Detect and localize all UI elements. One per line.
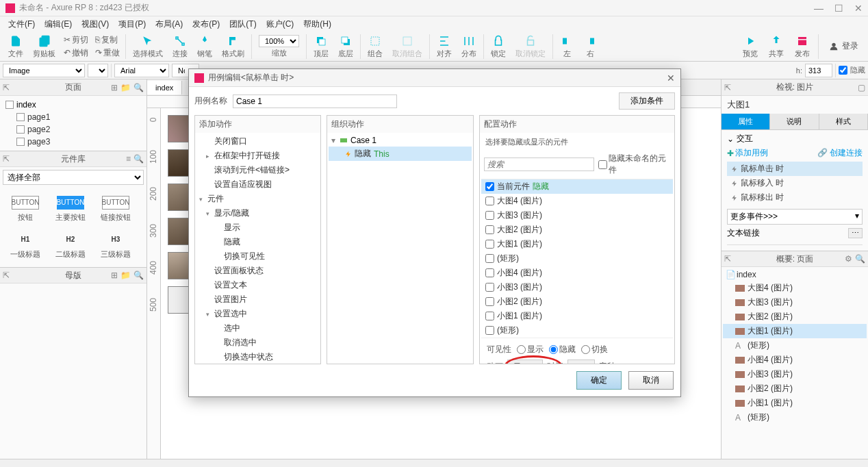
config-widget-item[interactable]: 小图3 (图片): [481, 280, 673, 294]
outline-item[interactable]: 大图3 (图片): [723, 295, 867, 310]
lib-menu-icon[interactable]: ≡: [126, 154, 131, 164]
action-node[interactable]: 显示: [196, 220, 319, 235]
radio-toggle[interactable]: 切换: [581, 344, 608, 355]
config-widget-item[interactable]: 大图3 (图片): [481, 208, 673, 223]
action-node[interactable]: 关闭窗口: [196, 134, 319, 149]
tool-ungroup[interactable]: 取消组合: [388, 34, 426, 59]
tab-notes[interactable]: 说明: [770, 114, 819, 129]
event-item[interactable]: 鼠标移入 时: [727, 176, 863, 190]
config-widget-item[interactable]: 大图4 (图片): [481, 194, 673, 208]
library-widget[interactable]: H2二级标题: [48, 227, 93, 264]
action-node[interactable]: ▾设置选中: [196, 307, 319, 321]
maximize-button[interactable]: ☐: [834, 3, 843, 14]
menu-item[interactable]: 团队(T): [225, 17, 260, 31]
library-select[interactable]: 选择全部: [3, 170, 144, 185]
tab-style[interactable]: 样式: [819, 114, 868, 129]
case-action-node[interactable]: 隐藏 This: [329, 147, 472, 161]
outline-item[interactable]: A(矩形): [723, 338, 867, 353]
anim-select[interactable]: 无: [507, 359, 543, 364]
tool-align[interactable]: 对齐: [433, 34, 456, 59]
outline-item[interactable]: 大图2 (图片): [723, 310, 867, 324]
outline-item[interactable]: 大图1 (图片): [723, 324, 867, 338]
shape-select[interactable]: Image: [3, 64, 85, 77]
radio-show[interactable]: 显示: [517, 344, 544, 355]
add-case-link[interactable]: ✚添加用例: [727, 147, 768, 159]
outline-root[interactable]: 📄index: [723, 268, 867, 281]
minimize-button[interactable]: —: [814, 3, 824, 14]
inspector-expand-icon[interactable]: ▢: [858, 83, 865, 92]
action-node[interactable]: 设置面板状态: [196, 264, 319, 278]
menu-item[interactable]: 文件(F): [4, 17, 39, 31]
action-node[interactable]: 设置图片: [196, 292, 319, 307]
tool-publish[interactable]: 发布: [791, 34, 814, 59]
outline-item[interactable]: A(矩形): [723, 410, 867, 425]
tool-front[interactable]: 顶层: [309, 34, 333, 59]
config-widget-item[interactable]: 大图1 (图片): [481, 237, 673, 251]
outline-item[interactable]: 大图4 (图片): [723, 281, 867, 295]
height-input[interactable]: [805, 64, 832, 77]
add-condition-button[interactable]: 添加条件: [619, 92, 675, 110]
search-icon[interactable]: 🔍: [133, 83, 144, 92]
menu-item[interactable]: 编辑(E): [40, 17, 76, 31]
time-input[interactable]: [567, 359, 595, 364]
hide-unnamed-checkbox[interactable]: [598, 160, 607, 169]
tool-pen[interactable]: 钢笔: [193, 34, 216, 59]
menu-item[interactable]: 发布(P): [188, 17, 224, 31]
tool-zoom[interactable]: 100% 缩放: [255, 35, 303, 58]
stroke-select[interactable]: —: [88, 64, 108, 77]
config-widget-item[interactable]: 小图2 (图片): [481, 294, 673, 309]
menu-item[interactable]: 视图(V): [77, 17, 113, 31]
close-button[interactable]: ✕: [854, 3, 863, 14]
outline-item[interactable]: 小图2 (图片): [723, 381, 867, 396]
config-widget-item[interactable]: (矩形): [481, 323, 673, 338]
tool-back[interactable]: 底层: [334, 34, 357, 59]
tool-format[interactable]: 格式刷: [218, 34, 248, 59]
tool-clipboard[interactable]: 剪贴板: [29, 34, 60, 59]
action-node[interactable]: 设置自适应视图: [196, 177, 319, 192]
lib-search-icon[interactable]: 🔍: [133, 154, 144, 164]
library-widget[interactable]: H3三级标题: [93, 227, 138, 264]
page-item[interactable]: page3: [3, 136, 144, 148]
tool-undo-redo[interactable]: ✂剪切 ↶撤销: [61, 34, 91, 59]
event-item[interactable]: 鼠标移出 时: [727, 190, 863, 205]
add-folder-icon[interactable]: 📁: [120, 83, 131, 92]
tool-file[interactable]: 文件: [4, 34, 27, 59]
outline-item[interactable]: 小图3 (图片): [723, 367, 867, 381]
action-node[interactable]: 滚动到元件<锚链接>: [196, 163, 319, 177]
tab-properties[interactable]: 属性: [722, 114, 770, 129]
action-node[interactable]: 切换可见性: [196, 249, 319, 264]
case-name-input[interactable]: [233, 94, 397, 108]
canvas-tab[interactable]: index: [147, 81, 182, 94]
add-page-icon[interactable]: ⊞: [111, 83, 118, 92]
tool-connect[interactable]: 连接: [168, 34, 192, 59]
radio-hide[interactable]: 隐藏: [549, 344, 576, 355]
action-node[interactable]: ▸在框架中打开链接: [196, 149, 319, 163]
tool-lock[interactable]: 锁定: [487, 34, 510, 59]
action-node[interactable]: 隐藏: [196, 235, 319, 249]
font-select[interactable]: Arial: [114, 64, 169, 77]
widget-search-input[interactable]: [484, 157, 594, 171]
cancel-button[interactable]: 取消: [628, 371, 674, 390]
config-widget-item[interactable]: 大图2 (图片): [481, 223, 673, 237]
login-button[interactable]: 登录: [823, 40, 864, 52]
menu-item[interactable]: 布局(A): [151, 17, 187, 31]
action-node[interactable]: ▾显示/隐藏: [196, 206, 319, 220]
hide-unnamed-label[interactable]: 隐藏未命名的元件: [598, 153, 670, 176]
action-node[interactable]: 取消选中: [196, 336, 319, 350]
config-widget-item[interactable]: 小图4 (图片): [481, 266, 673, 280]
tool-copy-redo[interactable]: ⎘复制 ↷重做: [92, 34, 123, 59]
outline-item[interactable]: 小图4 (图片): [723, 353, 867, 367]
dialog-close-button[interactable]: ✕: [667, 73, 675, 84]
library-widget[interactable]: BUTTON主要按钮: [48, 190, 93, 227]
page-item[interactable]: page2: [3, 123, 144, 136]
tool-right-align[interactable]: 右: [579, 34, 601, 59]
more-events-select[interactable]: 更多事件>>>▾: [727, 209, 863, 225]
tool-select[interactable]: 选择模式: [129, 34, 167, 59]
outline-item[interactable]: 小图1 (图片): [723, 396, 867, 410]
action-node[interactable]: 选中: [196, 321, 319, 336]
zoom-select[interactable]: 100%: [259, 35, 299, 47]
config-widget-item[interactable]: (矩形): [481, 251, 673, 266]
tool-preview[interactable]: 预览: [739, 34, 762, 59]
ok-button[interactable]: 确定: [576, 371, 622, 390]
menu-item[interactable]: 账户(C): [262, 17, 298, 31]
